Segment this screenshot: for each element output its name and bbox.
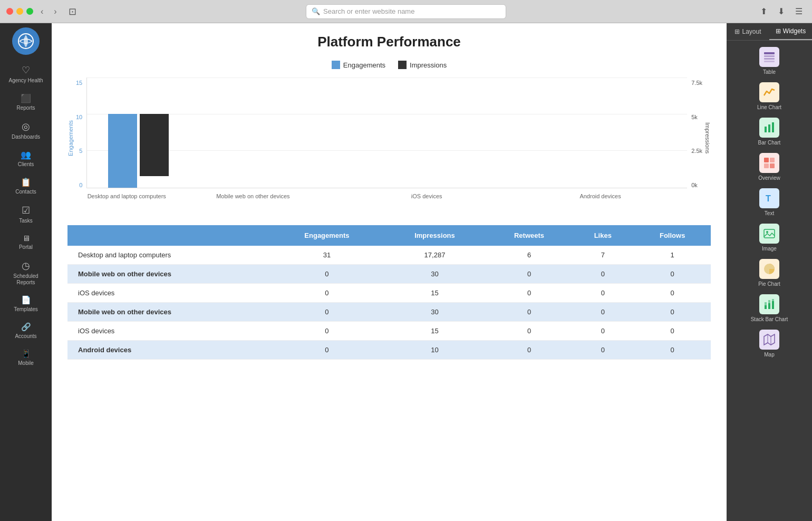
bar-chart-widget-icon [759, 118, 779, 138]
sidebar-item-dashboards[interactable]: ◎ Dashboards [2, 117, 50, 144]
engagements-color [332, 61, 340, 69]
cell-engagements: 0 [271, 303, 383, 322]
sidebar-label-contacts: Contacts [15, 189, 36, 195]
y-tick-2.5k: 2.5k [691, 148, 702, 154]
y-tick-5k: 5k [691, 114, 698, 120]
cell-device: Android devices [67, 341, 271, 360]
widget-image[interactable]: Image [731, 221, 808, 254]
app-container: ♡ Agency Health ⬛ Reports ◎ Dashboards 👥… [0, 23, 812, 521]
overview-widget-icon [759, 153, 779, 173]
cell-retweets: 0 [487, 303, 572, 322]
svg-rect-18 [768, 300, 770, 303]
sidebar-item-templates[interactable]: 📄 Templates [2, 291, 50, 317]
cell-follows: 0 [634, 265, 711, 284]
widget-label-bar-chart: Bar Chart [758, 140, 781, 146]
svg-rect-5 [765, 127, 767, 132]
cell-impressions: 17,287 [383, 246, 487, 265]
tab-layout-label: Layout [742, 28, 761, 35]
svg-rect-6 [768, 124, 770, 132]
tab-widgets[interactable]: ⊞ Widgets [769, 23, 812, 40]
dashboards-icon: ◎ [22, 121, 30, 132]
widget-label-table: Table [763, 69, 776, 75]
legend-engagements: Engagements [332, 61, 385, 69]
widget-line-chart[interactable]: Line Chart [731, 80, 808, 112]
back-button[interactable]: ‹ [37, 6, 46, 17]
svg-rect-16 [765, 302, 767, 305]
traffic-lights [6, 8, 33, 15]
sidebar-item-contacts[interactable]: 📋 Contacts [2, 173, 50, 199]
widget-map[interactable]: Map [731, 327, 808, 360]
col-header-impressions: Impressions [383, 225, 487, 246]
page-title: Platform Performance [67, 34, 711, 50]
download-button[interactable]: ⬇ [775, 5, 788, 17]
widget-stack-bar-chart[interactable]: Stack Bar Chart [731, 292, 808, 324]
text-widget-icon: T [759, 188, 779, 208]
widget-text[interactable]: T Text [731, 186, 808, 218]
table-header-row: Engagements Impressions Retweets Likes F… [67, 225, 711, 246]
y-tick-10: 10 [76, 114, 82, 120]
cell-device: iOS devices [67, 322, 271, 341]
sidebar-label-tasks: Tasks [19, 218, 33, 224]
svg-rect-9 [770, 158, 775, 162]
sidebar-label-agency-health: Agency Health [8, 78, 43, 84]
browser-chrome: ‹ › ⊡ 🔍 Search or enter website name ⬆ ⬇… [0, 0, 812, 23]
contacts-icon: 📋 [21, 177, 31, 187]
col-header-device [67, 225, 271, 246]
svg-rect-4 [764, 61, 775, 62]
fullscreen-button[interactable] [26, 8, 33, 15]
table-row: Mobile web on other devices 0 30 0 0 0 [67, 303, 711, 322]
minimize-button[interactable] [16, 8, 23, 15]
bar-desktop-engagements [108, 114, 137, 188]
cell-impressions: 30 [383, 303, 487, 322]
sidebar-item-agency-health[interactable]: ♡ Agency Health [2, 60, 50, 88]
pie-chart-widget-icon [759, 259, 779, 279]
sidebar-label-dashboards: Dashboards [12, 134, 40, 140]
forward-button[interactable]: › [51, 6, 60, 17]
cell-engagements: 0 [271, 265, 383, 284]
sidebar-item-portal[interactable]: 🖥 Portal [2, 229, 50, 255]
menu-button[interactable]: ☰ [792, 5, 806, 17]
table-section: Engagements Impressions Retweets Likes F… [67, 225, 711, 360]
sidebar-item-mobile[interactable]: 📱 Mobile [2, 345, 50, 371]
sidebar-label-mobile: Mobile [18, 360, 33, 366]
close-button[interactable] [6, 8, 13, 15]
widget-bar-chart[interactable]: Bar Chart [731, 115, 808, 148]
sidebar-label-templates: Templates [14, 306, 38, 313]
sidebar-toggle-button[interactable]: ⊡ [64, 5, 81, 18]
app-logo[interactable] [12, 27, 40, 55]
chart-wrapper: Engagements 15 10 5 0 [67, 78, 711, 199]
widget-label-text: Text [765, 210, 774, 216]
sidebar-item-tasks[interactable]: ☑ Tasks [2, 200, 50, 228]
cell-impressions: 15 [383, 284, 487, 303]
widget-label-line-chart: Line Chart [757, 104, 781, 110]
bars-area [108, 78, 687, 188]
sidebar-item-clients[interactable]: 👥 Clients [2, 146, 50, 172]
tab-layout[interactable]: ⊞ Layout [727, 23, 769, 40]
y-tick-7.5k: 7.5k [691, 80, 702, 86]
table-row: Mobile web on other devices 0 30 0 0 0 [67, 265, 711, 284]
widget-label-image: Image [762, 246, 777, 252]
widget-overview[interactable]: Overview [731, 151, 808, 183]
widget-table[interactable]: Table [731, 45, 808, 77]
cell-engagements: 0 [271, 284, 383, 303]
sidebar-item-accounts[interactable]: 🔗 Accounts [2, 318, 50, 344]
cell-likes: 7 [572, 246, 634, 265]
svg-rect-10 [764, 163, 769, 168]
sidebar-item-scheduled-reports[interactable]: ◷ Scheduled Reports [2, 256, 50, 290]
share-button[interactable]: ⬆ [757, 5, 770, 17]
x-label-mobile-web: Mobile web on other devices [166, 193, 340, 199]
y-axis-right-label: Impressions [704, 122, 711, 153]
svg-rect-20 [772, 299, 774, 301]
sidebar-item-reports[interactable]: ⬛ Reports [2, 89, 50, 115]
widget-pie-chart[interactable]: Pie Chart [731, 257, 808, 289]
legend-label-impressions: Impressions [410, 61, 447, 69]
chart-inner: Desktop and laptop computers Mobile web … [86, 78, 687, 188]
table-row: iOS devices 0 15 0 0 0 [67, 284, 711, 303]
cell-impressions: 15 [383, 322, 487, 341]
svg-rect-11 [770, 163, 775, 168]
table-widget-icon [759, 47, 779, 67]
cell-retweets: 0 [487, 284, 572, 303]
y-tick-0: 0 [79, 182, 82, 188]
main-content: Platform Performance Engagements Impress… [52, 23, 727, 521]
stack-bar-chart-widget-icon [759, 294, 779, 314]
